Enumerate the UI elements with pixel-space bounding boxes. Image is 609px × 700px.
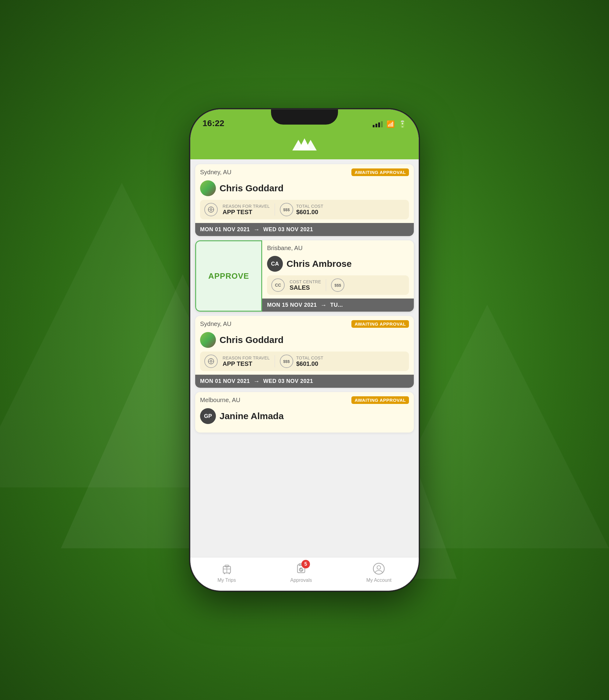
cost-detail: $$$ TOTAL COST $601.00 bbox=[280, 355, 324, 368]
reason-detail: REASON FOR TRAVEL APP TEST bbox=[223, 204, 270, 216]
notch bbox=[271, 109, 338, 124]
my-trips-label: My Trips bbox=[218, 578, 236, 583]
approvals-badge: 5 bbox=[301, 560, 310, 568]
svg-point-14 bbox=[210, 360, 212, 362]
signal-icon bbox=[373, 121, 383, 127]
app-header bbox=[190, 131, 419, 159]
account-icon bbox=[372, 562, 385, 575]
person-name: Chris Goddard bbox=[220, 183, 283, 193]
cost-centre-icon: CC bbox=[271, 278, 285, 292]
cost-label: TOTAL COST bbox=[296, 204, 324, 209]
card-dates: MON 15 NOV 2021 → TU... bbox=[262, 298, 414, 312]
arrow-icon: → bbox=[320, 302, 327, 309]
person-name: Chris Goddard bbox=[220, 335, 283, 345]
status-badge: AWAITING APPROVAL bbox=[351, 396, 409, 404]
person-name: Chris Ambrose bbox=[286, 259, 352, 269]
svg-point-24 bbox=[229, 573, 230, 574]
arrow-icon: → bbox=[254, 226, 260, 233]
trip-card-partial: Melbourne, AU AWAITING APPROVAL GP Janin… bbox=[195, 392, 414, 432]
status-badge: AWAITING APPROVAL bbox=[351, 320, 409, 328]
approvals-label: Approvals bbox=[290, 578, 312, 583]
cost-value: $601.00 bbox=[296, 360, 324, 368]
card-person: Chris Goddard bbox=[195, 179, 414, 200]
card-location: Sydney, AU bbox=[200, 321, 231, 327]
card-dates: MON 01 NOV 2021 → WED 03 NOV 2021 bbox=[195, 223, 414, 236]
detail-divider bbox=[275, 204, 275, 216]
cost-detail: $$$ bbox=[331, 278, 344, 292]
luggage-icon bbox=[221, 562, 233, 575]
card-location: Brisbane, AU bbox=[267, 244, 303, 252]
date-to: TU... bbox=[330, 302, 343, 308]
approve-action[interactable]: APPROVE bbox=[195, 240, 262, 312]
cost-value: $601.00 bbox=[296, 209, 324, 216]
avatar: CA bbox=[267, 256, 283, 272]
date-from: MON 15 NOV 2021 bbox=[267, 302, 317, 308]
content-scroll[interactable]: Sydney, AU AWAITING APPROVAL Chris Godda… bbox=[190, 159, 419, 557]
date-from: MON 01 NOV 2021 bbox=[200, 226, 250, 233]
reason-detail: COST CENTRE SALES bbox=[290, 279, 321, 291]
card-person: Chris Goddard bbox=[195, 331, 414, 352]
svg-point-8 bbox=[210, 209, 212, 210]
avatar: GP bbox=[200, 408, 216, 424]
trip-card: Sydney, AU AWAITING APPROVAL Chris Godda… bbox=[195, 164, 414, 236]
wifi-icon: 📶 bbox=[386, 120, 395, 128]
approvals-icon-wrapper: 5 bbox=[295, 562, 308, 576]
cost-info: TOTAL COST $601.00 bbox=[296, 204, 324, 216]
card-header: Sydney, AU AWAITING APPROVAL bbox=[195, 164, 414, 179]
reason-icon bbox=[204, 355, 218, 368]
cost-detail: $$$ TOTAL COST $601.00 bbox=[280, 203, 324, 216]
date-from: MON 01 NOV 2021 bbox=[200, 378, 250, 385]
reason-detail: REASON FOR TRAVEL APP TEST bbox=[223, 356, 270, 368]
detail-divider bbox=[275, 355, 275, 368]
card-person: CA Chris Ambrose bbox=[262, 255, 414, 275]
card-header: Melbourne, AU AWAITING APPROVAL bbox=[195, 392, 414, 407]
cost-icon: $$$ bbox=[280, 355, 293, 368]
status-time: 16:22 bbox=[203, 119, 224, 128]
avatar bbox=[200, 180, 216, 196]
card-details: REASON FOR TRAVEL APP TEST $$$ TOTAL COS… bbox=[200, 200, 409, 219]
detail-divider bbox=[326, 279, 326, 291]
status-badge: AWAITING APPROVAL bbox=[351, 168, 409, 176]
card-location: Melbourne, AU bbox=[200, 397, 240, 404]
date-to: WED 03 NOV 2021 bbox=[263, 226, 313, 233]
approve-text[interactable]: APPROVE bbox=[208, 271, 249, 281]
card-location: Sydney, AU bbox=[200, 169, 231, 176]
bottom-nav: My Trips 5 Approvals bbox=[190, 557, 419, 591]
svg-point-29 bbox=[377, 566, 381, 569]
my-account-icon-wrapper bbox=[372, 562, 385, 576]
nav-item-my-trips[interactable]: My Trips bbox=[218, 562, 236, 583]
reason-label: COST CENTRE bbox=[290, 279, 321, 284]
my-trips-icon-wrapper bbox=[221, 562, 233, 576]
battery-icon: 🔋 bbox=[398, 120, 406, 128]
app-logo bbox=[292, 137, 317, 152]
nav-item-my-account[interactable]: My Account bbox=[366, 562, 392, 583]
cost-icon: $$$ bbox=[331, 278, 344, 292]
my-account-label: My Account bbox=[366, 578, 392, 583]
swipe-card[interactable]: APPROVE Brisbane, AU CA Chris Ambrose CC… bbox=[195, 240, 414, 312]
phone-screen: 16:22 📶 🔋 bbox=[190, 109, 419, 591]
card-details: REASON FOR TRAVEL APP TEST $$$ TOTAL COS… bbox=[200, 352, 409, 371]
svg-point-23 bbox=[224, 573, 225, 574]
phone-shell: 16:22 📶 🔋 bbox=[190, 109, 419, 591]
trip-card-inner: Brisbane, AU CA Chris Ambrose CC COST CE… bbox=[262, 240, 414, 312]
nav-item-approvals[interactable]: 5 Approvals bbox=[290, 562, 312, 583]
cost-info: TOTAL COST $601.00 bbox=[296, 356, 324, 368]
card-details: CC COST CENTRE SALES $$$ bbox=[267, 275, 409, 295]
reason-icon bbox=[204, 203, 218, 216]
card-header: Sydney, AU AWAITING APPROVAL bbox=[195, 316, 414, 331]
cost-icon: $$$ bbox=[280, 203, 293, 216]
status-icons: 📶 🔋 bbox=[373, 120, 406, 128]
cost-label: TOTAL COST bbox=[296, 356, 324, 360]
avatar bbox=[200, 332, 216, 348]
trip-card: Sydney, AU AWAITING APPROVAL Chris Godda… bbox=[195, 316, 414, 388]
card-dates: MON 01 NOV 2021 → WED 03 NOV 2021 bbox=[195, 375, 414, 388]
person-name: Janine Almada bbox=[220, 411, 284, 421]
reason-label: REASON FOR TRAVEL bbox=[223, 356, 270, 360]
reason-value: APP TEST bbox=[223, 360, 270, 368]
card-person: GP Janine Almada bbox=[195, 407, 414, 428]
card-header: Brisbane, AU bbox=[262, 240, 414, 255]
reason-label: REASON FOR TRAVEL bbox=[223, 204, 270, 209]
reason-value: APP TEST bbox=[223, 209, 270, 216]
arrow-icon: → bbox=[254, 378, 260, 385]
reason-value: SALES bbox=[290, 284, 321, 291]
